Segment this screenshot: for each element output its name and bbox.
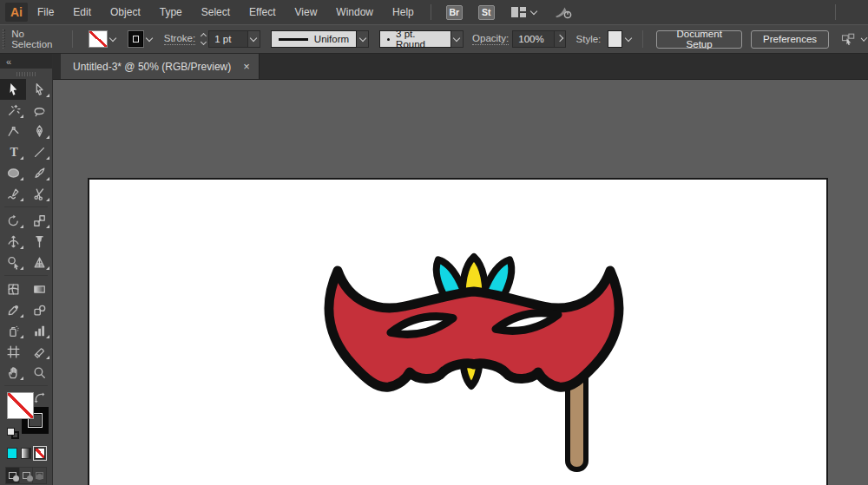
pen-tool[interactable] xyxy=(26,121,52,141)
divider xyxy=(4,275,48,276)
draw-inside-button[interactable] xyxy=(32,468,46,483)
menu-object[interactable]: Object xyxy=(101,0,150,24)
preferences-button[interactable]: Preferences xyxy=(751,30,829,49)
chevron-down-icon xyxy=(625,35,632,42)
artboard[interactable] xyxy=(89,180,826,485)
menu-effect[interactable]: Effect xyxy=(240,0,285,24)
bridge-button[interactable]: Br xyxy=(446,5,463,20)
menu-window[interactable]: Window xyxy=(326,0,383,24)
curvature-tool[interactable] xyxy=(0,121,26,141)
masquerade-mask-artwork[interactable] xyxy=(89,180,826,485)
type-tool-glyph: T xyxy=(10,146,17,159)
menu-view[interactable]: View xyxy=(286,0,327,24)
type-tool[interactable]: T xyxy=(0,141,26,162)
stroke-panel-link[interactable]: Stroke: xyxy=(164,33,195,45)
brush-definition-field[interactable]: 3 pt. Round xyxy=(379,30,450,48)
slice-tool[interactable] xyxy=(26,341,52,362)
opacity-panel-link[interactable]: Opacity: xyxy=(472,33,509,45)
panel-collapse-button[interactable]: « xyxy=(0,54,52,69)
close-icon[interactable]: × xyxy=(243,61,250,72)
fill-color-dropdown[interactable] xyxy=(108,30,119,48)
panel-grip-icon[interactable] xyxy=(3,29,6,49)
stroke-color-swatch[interactable] xyxy=(128,30,144,48)
graphic-style-swatch[interactable] xyxy=(608,30,622,48)
draw-behind-button[interactable] xyxy=(19,468,33,483)
brush-dot-icon xyxy=(387,38,390,41)
width-profile-dropdown[interactable] xyxy=(357,30,369,48)
collapse-chevrons-icon: « xyxy=(6,56,11,67)
tools-panel: « xyxy=(0,54,53,485)
panel-drag-grip[interactable] xyxy=(0,69,52,79)
document-setup-button[interactable]: Document Setup xyxy=(656,30,742,49)
shape-builder-tool[interactable] xyxy=(0,252,26,272)
divider xyxy=(835,4,836,20)
fill-color-swatch[interactable] xyxy=(89,30,108,48)
eyedropper-tool[interactable] xyxy=(0,299,26,320)
menu-select[interactable]: Select xyxy=(192,0,240,24)
color-mode-button[interactable] xyxy=(7,448,17,459)
divider xyxy=(642,30,643,48)
width-profile-field[interactable]: Uniform xyxy=(271,30,357,48)
fill-swatch[interactable] xyxy=(7,392,34,419)
chevron-down-icon[interactable] xyxy=(529,8,536,15)
puppet-warp-tool[interactable] xyxy=(26,231,52,252)
stock-button[interactable]: St xyxy=(478,5,495,20)
gradient-mode-button[interactable] xyxy=(21,448,31,459)
fill-stroke-controls xyxy=(7,392,47,441)
opacity-field[interactable]: 100% xyxy=(512,30,555,48)
rotate-tool[interactable] xyxy=(0,210,26,231)
divider xyxy=(4,206,48,207)
width-profile-value: Uniform xyxy=(314,34,349,44)
chevron-down-icon[interactable] xyxy=(861,35,868,42)
blend-tool[interactable] xyxy=(26,299,52,320)
gpu-performance-icon[interactable] xyxy=(554,5,573,20)
zoom-tool[interactable] xyxy=(26,362,52,383)
none-mode-button[interactable] xyxy=(35,448,45,459)
line-segment-tool[interactable] xyxy=(26,141,52,162)
stroke-weight-dropdown[interactable] xyxy=(248,30,260,48)
step-down-icon xyxy=(201,39,207,45)
perspective-grid-tool[interactable] xyxy=(26,252,52,272)
document-tab-title: Untitled-3* @ 50% (RGB/Preview) xyxy=(73,61,231,73)
hand-tool[interactable] xyxy=(0,362,26,383)
chevron-down-icon xyxy=(250,35,257,42)
step-up-icon xyxy=(201,33,207,39)
ellipse-tool[interactable] xyxy=(0,162,26,183)
menu-edit[interactable]: Edit xyxy=(63,0,101,24)
lasso-tool[interactable] xyxy=(26,100,52,121)
chevron-down-icon xyxy=(358,35,365,42)
opacity-expand-button[interactable] xyxy=(555,30,566,48)
graphic-style-dropdown[interactable] xyxy=(622,30,634,48)
swap-fill-stroke-icon[interactable] xyxy=(34,392,45,403)
menu-bar: Ai File Edit Object Type Select Effect V… xyxy=(0,0,868,24)
scale-tool[interactable] xyxy=(26,210,52,231)
width-tool[interactable] xyxy=(0,231,26,252)
stroke-weight-stepper[interactable] xyxy=(201,34,206,44)
selection-tool[interactable] xyxy=(0,79,26,100)
canvas[interactable] xyxy=(53,80,868,485)
shaper-tool[interactable] xyxy=(0,183,26,204)
stroke-color-dropdown[interactable] xyxy=(144,30,155,48)
menu-file[interactable]: File xyxy=(28,0,63,24)
artboard-tool[interactable] xyxy=(0,341,26,362)
mesh-tool[interactable] xyxy=(0,279,26,299)
workspace-switcher-icon[interactable] xyxy=(511,7,526,17)
default-fill-stroke-icon[interactable] xyxy=(7,428,19,439)
drawing-modes xyxy=(5,467,47,484)
menu-help[interactable]: Help xyxy=(383,0,424,24)
paintbrush-tool[interactable] xyxy=(26,162,52,183)
scissors-tool[interactable] xyxy=(26,183,52,204)
symbol-sprayer-tool[interactable] xyxy=(0,320,26,341)
document-tab[interactable]: Untitled-3* @ 50% (RGB/Preview) × xyxy=(61,54,260,79)
brush-definition-dropdown[interactable] xyxy=(451,30,464,48)
gradient-tool[interactable] xyxy=(26,279,52,299)
menu-type[interactable]: Type xyxy=(150,0,192,24)
stroke-weight-field[interactable]: 1 pt xyxy=(208,30,247,48)
isolate-selected-icon[interactable] xyxy=(840,31,858,47)
draw-normal-button[interactable] xyxy=(6,468,19,483)
chevron-down-icon xyxy=(146,35,153,42)
document-view: Untitled-3* @ 50% (RGB/Preview) × xyxy=(53,54,868,485)
magic-wand-tool[interactable] xyxy=(0,100,26,121)
column-graph-tool[interactable] xyxy=(26,320,52,341)
direct-selection-tool[interactable] xyxy=(26,79,52,100)
